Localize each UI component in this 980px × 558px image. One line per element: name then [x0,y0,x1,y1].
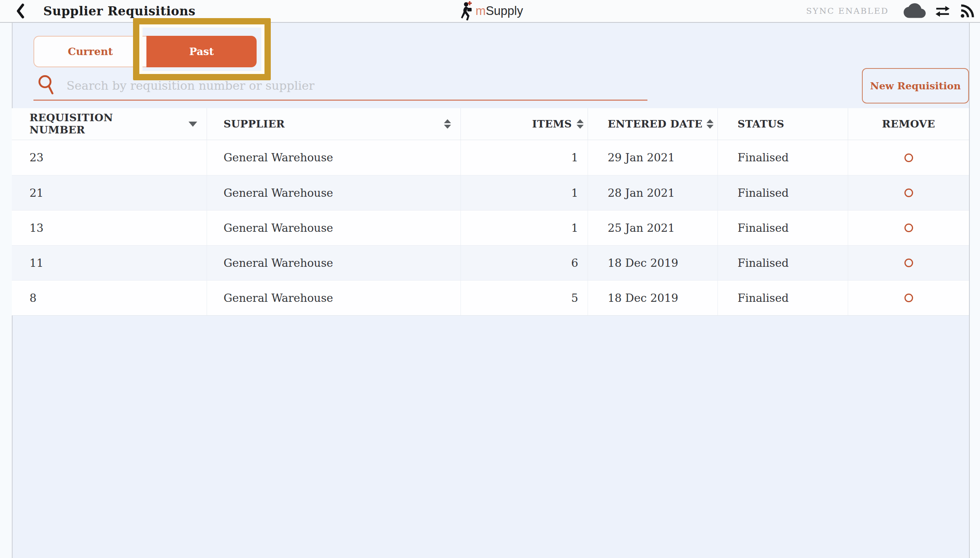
runner-mascot-icon [458,1,473,21]
cell-requisition_number: 8 [12,281,207,315]
column-header-status: STATUS [718,108,848,140]
cell-entered_date: 25 Jan 2021 [588,211,718,245]
column-header-remove: REMOVE [848,108,969,140]
column-header-requisition_number[interactable]: REQUISITION NUMBER [12,108,207,140]
cell-status: Finalised [718,140,848,175]
tab-current[interactable]: Current [33,36,146,67]
cell-supplier: General Warehouse [207,176,461,210]
logo-text-supply: Supply [486,4,523,18]
new-requisition-button[interactable]: New Requisition [862,68,969,103]
cell-entered_date: 18 Dec 2019 [588,281,718,315]
cell-status: Finalised [718,246,848,280]
table-row[interactable]: 23General Warehouse129 Jan 2021Finalised [12,140,969,175]
top-bar: Supplier Requisitions mSupply SYNC ENABL… [0,0,980,23]
cell-items: 1 [461,211,588,245]
tab-current-label: Current [68,46,113,57]
column-header-supplier[interactable]: SUPPLIER [207,108,461,140]
cell-items: 1 [461,176,588,210]
column-label-remove: REMOVE [882,118,935,130]
remove-radio-button[interactable] [904,294,913,302]
cell-items: 6 [461,246,588,280]
cell-supplier: General Warehouse [207,211,461,245]
cell-status: Finalised [718,211,848,245]
cell-remove [848,140,969,175]
logo-text: mSupply [475,4,523,18]
back-button[interactable] [12,2,29,20]
cell-status: Finalised [718,281,848,315]
sort-toggle-icon [444,119,451,129]
cell-requisition_number: 11 [12,246,207,280]
sort-descending-icon [189,122,197,127]
column-label-supplier: SUPPLIER [224,118,285,130]
table-row[interactable]: 11General Warehouse618 Dec 2019Finalised [12,245,969,280]
cell-requisition_number: 23 [12,140,207,175]
remove-radio-button[interactable] [904,153,913,162]
column-label-entered_date: ENTERED DATE [608,118,703,130]
cell-entered_date: 28 Jan 2021 [588,176,718,210]
table-header-row: REQUISITION NUMBERSUPPLIERITEMSENTERED D… [12,108,969,140]
cell-remove [848,211,969,245]
sort-toggle-icon [706,119,714,129]
table-row[interactable]: 21General Warehouse128 Jan 2021Finalised [12,175,969,210]
requisitions-table: REQUISITION NUMBERSUPPLIERITEMSENTERED D… [12,108,969,316]
sync-status-label: SYNC ENABLED [806,6,889,16]
cell-remove [848,176,969,210]
column-header-items[interactable]: ITEMS [461,108,588,140]
cell-entered_date: 29 Jan 2021 [588,140,718,175]
cell-status: Finalised [718,176,848,210]
table-body: 23General Warehouse129 Jan 2021Finalised… [12,140,969,316]
column-label-requisition_number: REQUISITION NUMBER [30,112,132,136]
column-label-status: STATUS [738,118,784,130]
sort-toggle-icon [577,119,584,129]
wireless-feed-icon [960,3,975,19]
msupply-logo: mSupply [458,0,523,22]
cell-requisition_number: 21 [12,176,207,210]
cell-items: 1 [461,140,588,175]
cell-entered_date: 18 Dec 2019 [588,246,718,280]
cell-remove [848,246,969,280]
column-label-items: ITEMS [532,118,572,130]
remove-radio-button[interactable] [904,259,913,267]
remove-radio-button[interactable] [904,188,913,197]
chevron-left-icon [15,4,26,18]
column-header-entered_date[interactable]: ENTERED DATE [588,108,718,140]
search-bar [33,71,647,101]
cell-remove [848,281,969,315]
tab-past[interactable]: Past [146,36,257,67]
tab-past-label: Past [189,46,214,57]
page-title: Supplier Requisitions [43,0,196,22]
sync-status-area: SYNC ENABLED [806,0,975,22]
cell-supplier: General Warehouse [207,140,461,175]
search-input[interactable] [66,78,647,93]
cell-items: 5 [461,281,588,315]
sync-arrows-icon [934,4,951,18]
logo-text-m: m [475,4,486,18]
cell-supplier: General Warehouse [207,246,461,280]
cell-requisition_number: 13 [12,211,207,245]
cell-supplier: General Warehouse [207,281,461,315]
table-row[interactable]: 13General Warehouse125 Jan 2021Finalised [12,210,969,245]
remove-radio-button[interactable] [904,224,913,232]
table-row[interactable]: 8General Warehouse518 Dec 2019Finalised [12,280,969,315]
cloud-icon [904,3,926,19]
requisition-tabs: Current Past [33,36,257,67]
sync-indicators[interactable] [904,3,975,19]
search-icon [37,74,58,96]
